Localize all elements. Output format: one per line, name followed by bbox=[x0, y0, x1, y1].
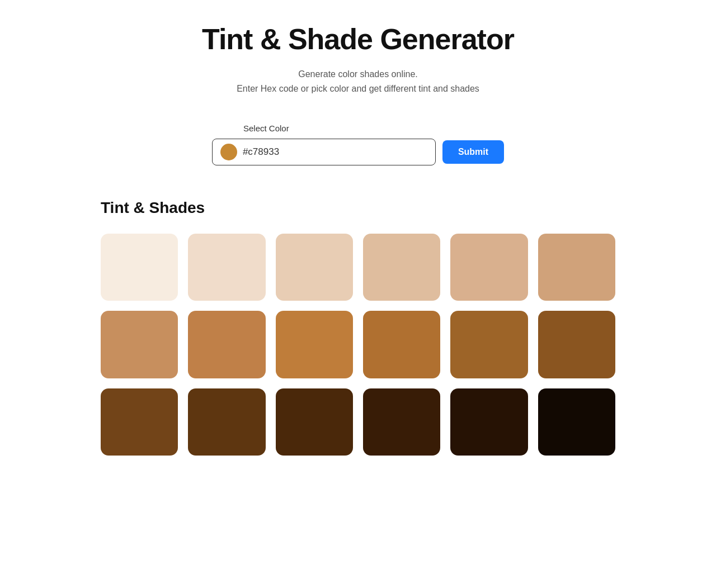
select-color-label: Select Color bbox=[243, 124, 289, 133]
color-tile[interactable] bbox=[276, 388, 353, 456]
color-tile[interactable] bbox=[188, 311, 265, 378]
color-grid bbox=[101, 234, 615, 456]
color-tile[interactable] bbox=[188, 388, 265, 456]
color-tile[interactable] bbox=[276, 311, 353, 378]
color-tile[interactable] bbox=[188, 234, 265, 301]
color-form-section: Select Color Submit bbox=[101, 124, 615, 165]
color-tile[interactable] bbox=[363, 311, 440, 378]
color-tile[interactable] bbox=[538, 388, 615, 456]
color-tile[interactable] bbox=[101, 311, 178, 378]
color-tile[interactable] bbox=[101, 234, 178, 301]
subtitle: Generate color shades online. Enter Hex … bbox=[101, 67, 615, 96]
color-swatch[interactable] bbox=[220, 144, 237, 160]
section-title: Tint & Shades bbox=[101, 199, 615, 217]
color-tile[interactable] bbox=[101, 388, 178, 456]
color-tile[interactable] bbox=[538, 311, 615, 378]
color-input-wrapper bbox=[212, 139, 436, 165]
color-tile[interactable] bbox=[276, 234, 353, 301]
submit-button[interactable]: Submit bbox=[442, 140, 504, 164]
tint-shades-section: Tint & Shades bbox=[101, 199, 615, 456]
color-tile[interactable] bbox=[538, 234, 615, 301]
color-tile[interactable] bbox=[363, 234, 440, 301]
hex-input[interactable] bbox=[243, 146, 427, 158]
page-title: Tint & Shade Generator bbox=[101, 22, 615, 56]
color-tile[interactable] bbox=[450, 311, 527, 378]
color-tile[interactable] bbox=[450, 234, 527, 301]
color-input-row: Submit bbox=[212, 139, 504, 165]
color-tile[interactable] bbox=[450, 388, 527, 456]
color-tile[interactable] bbox=[363, 388, 440, 456]
